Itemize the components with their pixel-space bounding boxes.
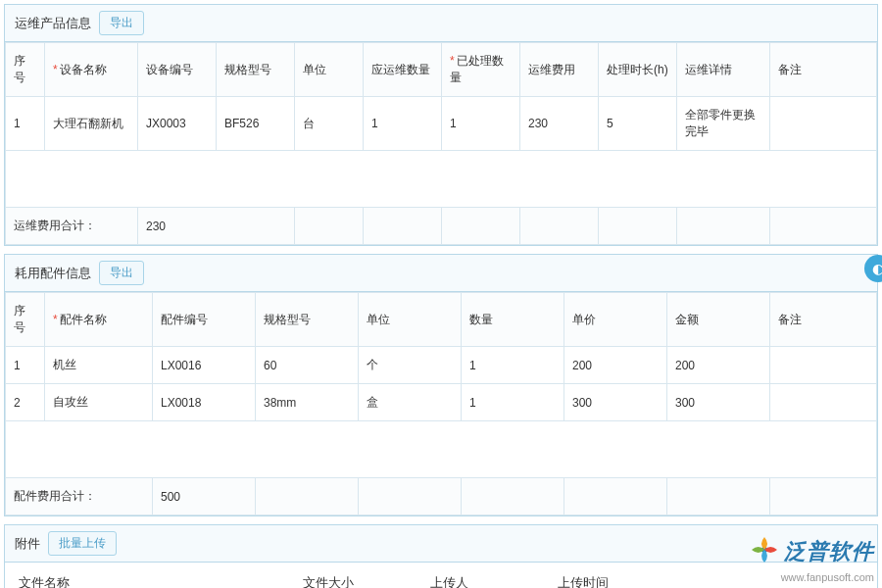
cell-model: 60	[256, 347, 359, 384]
col-unit: 单位	[295, 43, 364, 97]
cell-unit: 盒	[359, 384, 462, 421]
cell-code: LX0018	[153, 384, 256, 421]
cell-name: 自攻丝	[45, 384, 153, 421]
panel-title: 运维产品信息	[15, 15, 91, 32]
total-label: 配件费用合计：	[6, 478, 153, 515]
table-header-row: 序号 *设备名称 设备编号 规格型号 单位 应运维数量 *已处理数量 运维费用 …	[6, 43, 877, 97]
attachment-panel: 附件 批量上传 文件名称 文件大小 上传人 上传时间	[4, 524, 878, 588]
col-unit: 单位	[359, 293, 462, 347]
panel-title: 附件	[15, 535, 40, 553]
cell-qty: 1	[462, 347, 564, 384]
export-button[interactable]: 导出	[99, 261, 144, 285]
col-filename: 文件名称	[5, 563, 289, 588]
spacer-row	[6, 151, 877, 208]
attachment-table: 文件名称 文件大小 上传人 上传时间	[5, 563, 877, 588]
cell-unit: 个	[359, 347, 462, 384]
cell-cost: 230	[520, 97, 599, 151]
cell-done-qty: 1	[442, 97, 520, 151]
cell-name: 机丝	[45, 347, 153, 384]
total-label: 运维费用合计：	[6, 208, 138, 245]
col-uploader: 上传人	[416, 563, 544, 588]
col-cost: 运维费用	[520, 43, 599, 97]
cell-remark	[770, 384, 877, 421]
col-qty: 数量	[462, 293, 564, 347]
col-seq: 序号	[6, 43, 45, 97]
col-price: 单价	[564, 293, 667, 347]
brand-logo-area: 泛普软件	[749, 534, 874, 568]
col-hours: 处理时长(h)	[599, 43, 677, 97]
cell-due-qty: 1	[364, 97, 442, 151]
cell-amount: 300	[667, 384, 770, 421]
col-filesize: 文件大小	[289, 563, 416, 588]
cell-detail: 全部零件更换完毕	[677, 97, 770, 151]
cell-code: LX0016	[153, 347, 256, 384]
panel-title: 耗用配件信息	[15, 265, 91, 282]
cell-name: 大理石翻新机	[45, 97, 138, 151]
total-value: 500	[153, 478, 256, 515]
required-mark: *	[450, 54, 455, 68]
export-button[interactable]: 导出	[99, 11, 144, 35]
cell-seq: 1	[6, 347, 45, 384]
required-mark: *	[53, 313, 58, 326]
cell-model: BF526	[217, 97, 295, 151]
cell-amount: 200	[667, 347, 770, 384]
cell-price: 300	[564, 384, 667, 421]
total-row: 运维费用合计： 230	[6, 208, 877, 245]
cell-remark	[770, 97, 877, 151]
panel-header: 耗用配件信息 导出	[5, 255, 877, 292]
batch-upload-button[interactable]: 批量上传	[48, 531, 117, 556]
col-code: 配件编号	[153, 293, 256, 347]
maintenance-table: 序号 *设备名称 设备编号 规格型号 单位 应运维数量 *已处理数量 运维费用 …	[5, 42, 877, 245]
table-row[interactable]: 2 自攻丝 LX0018 38mm 盒 1 300 300	[6, 384, 877, 421]
total-value: 230	[138, 208, 295, 245]
col-detail: 运维详情	[677, 43, 770, 97]
cell-remark	[770, 347, 877, 384]
maintenance-product-panel: 运维产品信息 导出 序号 *设备名称 设备编号 规格型号 单位 应运维数量 *已…	[4, 4, 878, 246]
brand-text: 泛普软件	[784, 537, 874, 566]
cell-model: 38mm	[256, 384, 359, 421]
table-row[interactable]: 1 大理石翻新机 JX0003 BF526 台 1 1 230 5 全部零件更换…	[6, 97, 877, 151]
col-remark: 备注	[770, 43, 877, 97]
col-name: *设备名称	[45, 43, 138, 97]
table-header-row: 序号 *配件名称 配件编号 规格型号 单位 数量 单价 金额 备注	[6, 293, 877, 347]
required-mark: *	[53, 63, 58, 76]
col-code: 设备编号	[138, 43, 217, 97]
col-name: *配件名称	[45, 293, 153, 347]
table-header-row: 文件名称 文件大小 上传人 上传时间	[5, 563, 877, 588]
cell-price: 200	[564, 347, 667, 384]
panel-header: 附件 批量上传	[5, 525, 877, 563]
cell-hours: 5	[599, 97, 677, 151]
table-row[interactable]: 1 机丝 LX0016 60 个 1 200 200	[6, 347, 877, 384]
total-row: 配件费用合计： 500	[6, 478, 877, 515]
spacer-row	[6, 421, 877, 478]
col-due-qty: 应运维数量	[364, 43, 442, 97]
col-model: 规格型号	[217, 43, 295, 97]
col-seq: 序号	[6, 293, 45, 347]
col-model: 规格型号	[256, 293, 359, 347]
col-remark: 备注	[770, 293, 877, 347]
cell-unit: 台	[295, 97, 364, 151]
col-amount: 金额	[667, 293, 770, 347]
cell-code: JX0003	[138, 97, 217, 151]
brand-url: www.fanpusoft.com	[781, 571, 874, 583]
cell-seq: 1	[6, 97, 45, 151]
panel-header: 运维产品信息 导出	[5, 5, 877, 42]
col-done-qty: *已处理数量	[442, 43, 520, 97]
brand-fan-icon	[749, 534, 780, 568]
parts-table: 序号 *配件名称 配件编号 规格型号 单位 数量 单价 金额 备注 1 机丝 L…	[5, 292, 877, 515]
parts-panel: 耗用配件信息 导出 序号 *配件名称 配件编号 规格型号 单位 数量 单价 金额…	[4, 254, 878, 516]
cell-seq: 2	[6, 384, 45, 421]
cell-qty: 1	[462, 384, 564, 421]
